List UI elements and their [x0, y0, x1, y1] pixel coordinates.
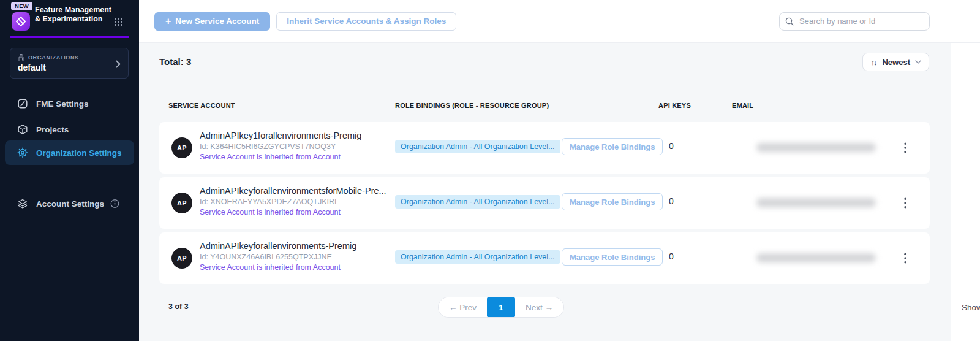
- inherit-service-accounts-button[interactable]: Inherit Service Accounts & Assign Roles: [276, 12, 456, 31]
- api-keys-count: 0: [669, 141, 674, 151]
- service-account-id: Id: K364HIC5RI6GZGYCPVST7NOQ3Y: [200, 142, 361, 152]
- service-account-id: Id: Y4OUNXZ46A6IBL6255QTPXJJNE: [200, 252, 356, 262]
- next-page-button[interactable]: Next →: [515, 297, 564, 317]
- search-box: [779, 12, 930, 31]
- email-redacted: [756, 198, 876, 207]
- sort-value: Newest: [882, 58, 910, 67]
- sidebar-item-projects[interactable]: Projects: [5, 118, 134, 140]
- table-header: SERVICE ACCOUNT ROLE BINDINGS (ROLE - RE…: [159, 102, 930, 114]
- pager: ← Prev 1 Next →: [438, 297, 564, 318]
- page-size-control: Show 10 per page: [962, 299, 980, 316]
- api-keys-count: 0: [669, 196, 674, 206]
- sidebar-item-label: Account Settings: [36, 199, 104, 209]
- inherited-note: Service Account is inherited from Accoun…: [200, 152, 361, 163]
- accent-divider: [10, 36, 129, 38]
- service-account-name: AdminAPIkeyforallenvironments-Premig: [200, 240, 356, 252]
- sidebar-divider: [10, 180, 129, 180]
- row-menu-kebab-icon[interactable]: [898, 193, 913, 213]
- new-service-account-button[interactable]: + New Service Account: [154, 12, 270, 31]
- col-role-bindings: ROLE BINDINGS (ROLE - RESOURCE GROUP): [395, 102, 549, 109]
- chevron-right-icon: [116, 60, 121, 68]
- app-logo: [12, 12, 30, 31]
- service-account-name: AdminAPIkey1forallenvironments-Premig: [200, 129, 361, 142]
- page-summary: 3 of 3: [168, 302, 189, 311]
- sort-dropdown[interactable]: ↑↓ Newest: [862, 53, 929, 71]
- inherited-note: Service Account is inherited from Accoun…: [200, 207, 386, 218]
- sidebar: NEW Feature Management & Experimentation: [0, 0, 139, 341]
- app-root: NEW Feature Management & Experimentation: [0, 0, 980, 341]
- manage-role-bindings-button[interactable]: Manage Role Bindings: [562, 138, 663, 155]
- organization-name: default: [18, 63, 121, 72]
- email-redacted: [756, 143, 876, 152]
- split-logo-icon: [15, 15, 27, 28]
- app-title: Feature Management & Experimentation: [35, 6, 112, 23]
- api-keys-count: 0: [669, 251, 674, 261]
- main-area: + New Service Account Inherit Service Ac…: [139, 0, 980, 341]
- role-binding-badge: Organization Admin - All Organization Le…: [395, 250, 560, 264]
- chevron-down-icon: [915, 60, 921, 64]
- search-input[interactable]: [779, 12, 930, 31]
- sort-arrows-icon: ↑↓: [870, 58, 876, 67]
- manage-role-bindings-button[interactable]: Manage Role Bindings: [562, 193, 663, 210]
- sidebar-item-label: FME Settings: [36, 99, 89, 109]
- table-row: AP AdminAPIkey1forallenvironments-Premig…: [159, 122, 930, 174]
- row-menu-kebab-icon[interactable]: [898, 248, 913, 268]
- inherited-note: Service Account is inherited from Accoun…: [200, 262, 356, 273]
- avatar: AP: [172, 248, 192, 269]
- pagination-bar: 3 of 3 ← Prev 1 Next → Show 10 per page: [159, 297, 980, 318]
- avatar: AP: [172, 137, 192, 158]
- gear-icon: [17, 147, 28, 158]
- organization-selector[interactable]: ORGANIZATIONS default: [10, 48, 129, 79]
- avatar: AP: [172, 193, 192, 213]
- total-count: Total: 3: [159, 56, 191, 67]
- col-email: EMAIL: [732, 102, 753, 109]
- table-row: AP AdminAPIkeyforallenvironmentsforMobil…: [159, 177, 930, 229]
- role-binding-badge: Organization Admin - All Organization Le…: [395, 140, 560, 153]
- prev-page-button[interactable]: ← Prev: [439, 297, 487, 317]
- sidebar-item-fme-settings[interactable]: FME Settings: [5, 93, 134, 115]
- email-redacted: [756, 253, 876, 262]
- manage-role-bindings-button[interactable]: Manage Role Bindings: [562, 248, 663, 266]
- col-service-account: SERVICE ACCOUNT: [168, 102, 235, 109]
- split-squares-icon: [17, 98, 28, 109]
- layers-icon: [17, 198, 28, 209]
- table-row: AP AdminAPIkeyforallenvironments-Premig …: [159, 232, 930, 284]
- topbar: + New Service Account Inherit Service Ac…: [139, 0, 980, 43]
- service-account-name: AdminAPIkeyforallenvironmentsforMobile-P…: [200, 185, 386, 197]
- org-hierarchy-icon: [18, 54, 24, 61]
- sidebar-item-label: Projects: [36, 125, 69, 134]
- sidebar-item-label: Organization Settings: [36, 148, 122, 158]
- sidebar-item-account-settings[interactable]: Account Settings: [5, 193, 134, 215]
- sidebar-item-organization-settings[interactable]: Organization Settings: [5, 140, 134, 165]
- show-label: Show: [962, 303, 980, 312]
- content-area: Total: 3 ↑↓ Newest SERVICE ACCOUNT ROLE …: [139, 43, 951, 341]
- plus-icon: +: [165, 16, 171, 27]
- service-account-id: Id: XNOERAFYYA5XPDEZ7AOQTJKIRI: [200, 197, 386, 207]
- role-binding-badge: Organization Admin - All Organization Le…: [395, 195, 560, 209]
- organizations-label: ORGANIZATIONS: [28, 55, 79, 61]
- row-menu-kebab-icon[interactable]: [898, 138, 913, 158]
- app-switcher-grid-icon[interactable]: [114, 17, 123, 26]
- info-icon[interactable]: [110, 199, 119, 209]
- cube-icon: [17, 124, 28, 135]
- page-number-button[interactable]: 1: [487, 297, 515, 317]
- service-account-list: AP AdminAPIkey1forallenvironments-Premig…: [159, 122, 930, 288]
- col-api-keys: API KEYS: [658, 102, 691, 109]
- new-badge: NEW: [11, 2, 32, 10]
- search-icon: [785, 17, 794, 26]
- new-service-account-label: New Service Account: [175, 17, 259, 26]
